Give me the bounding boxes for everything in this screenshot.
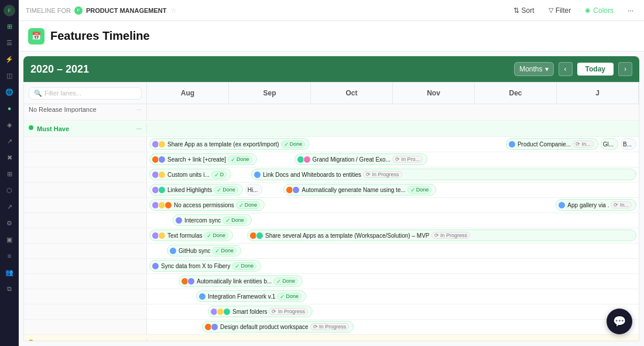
avatars — [249, 232, 263, 239]
sort-button[interactable]: ⇅ Sort — [510, 5, 538, 16]
next-button[interactable]: › — [618, 62, 632, 76]
filter-button[interactable]: ▽ Filter — [545, 5, 575, 16]
must-have-row8-label — [24, 244, 147, 258]
sidebar-layers[interactable]: ⧉ — [3, 282, 16, 295]
no-release-row: No Release Importance ··· — [24, 104, 639, 121]
avatar — [165, 201, 172, 209]
feature-row: Custom units i... ✓ D Link Docs and Whit… — [149, 169, 636, 180]
list-item[interactable]: Grand Migration / Great Exo... ⟳ In Pro.… — [294, 153, 427, 165]
month-columns: Aug Sep Oct Nov Dec J — [147, 83, 639, 104]
chat-button[interactable]: 💬 — [607, 309, 632, 334]
feature-name: Link Docs and Whiteboards to entities — [263, 172, 361, 178]
list-item[interactable]: GitHub sync ✓ Done — [167, 245, 241, 256]
sidebar-hex[interactable]: ⬡ — [3, 184, 16, 197]
today-button[interactable]: Today — [577, 63, 614, 76]
list-item[interactable]: Custom units i... ✓ D — [149, 169, 231, 180]
no-release-more[interactable]: ··· — [136, 106, 142, 113]
feature-name: Hi... — [248, 187, 258, 193]
must-have-row1-label — [24, 137, 147, 152]
more-button[interactable]: ··· — [624, 5, 637, 16]
list-item[interactable]: Gl... — [601, 138, 618, 150]
feature-name: Smart folders — [232, 309, 267, 315]
avatar — [187, 278, 195, 285]
list-item[interactable]: Automatically generate Name using te... … — [283, 184, 436, 196]
strong-desire-label: Strong Desire ··· — [24, 338, 147, 341]
avatars — [152, 141, 166, 148]
strong-desire-more[interactable]: ··· — [136, 340, 142, 341]
list-item[interactable]: Text formulas ✓ Done — [149, 229, 233, 241]
status-badge: ✓ Done — [204, 232, 228, 239]
list-item[interactable]: Sync data from X to Fibery ✓ Done — [149, 260, 261, 272]
feature-row: Integration Framework v.1 ✓ Done — [149, 290, 636, 302]
list-item[interactable]: Share several Apps as a template (Worksp… — [247, 229, 636, 241]
sidebar-bulb[interactable]: ◈ — [3, 118, 16, 131]
filter-lanes-input[interactable]: 🔍 Filter lanes... — [29, 87, 142, 100]
sidebar-views[interactable]: ◫ — [3, 69, 16, 82]
must-have-row8-content: GitHub sync ✓ Done — [147, 244, 639, 258]
must-have-row7-label — [24, 228, 147, 243]
must-have-row10-content: Automatically link entities b... ✓ Done — [147, 274, 639, 289]
main-content: TIMELINE FOR F PRODUCT MANAGEMENT ☆ ⇅ So… — [19, 0, 644, 346]
must-have-row9-content: Sync data from X to Fibery ✓ Done — [147, 259, 639, 273]
list-item[interactable]: Linked Highlights ✓ Done — [149, 184, 243, 196]
list-item[interactable]: Integration Framework v.1 ✓ Done — [196, 290, 306, 302]
prev-button[interactable]: ‹ — [559, 62, 573, 76]
avatars — [152, 262, 159, 270]
must-have-dot — [29, 125, 33, 130]
page-header: 📅 Features Timeline — [19, 21, 644, 52]
sidebar-box[interactable]: ▣ — [3, 233, 16, 246]
list-item[interactable]: Hi... — [245, 184, 263, 196]
sidebar-home[interactable]: ⊞ — [3, 20, 16, 33]
sidebar-tasks[interactable]: ☰ — [3, 36, 16, 49]
topbar-actions: ⇅ Sort ▽ Filter ◉ Colors ··· — [510, 5, 637, 16]
list-item[interactable]: No access permissions ✓ Done — [149, 199, 265, 211]
list-item[interactable]: Smart folders ⟳ In Progress — [208, 306, 313, 317]
must-have-row2-label — [24, 152, 147, 167]
breadcrumb-star[interactable]: ☆ — [170, 6, 177, 15]
feature-name: B... — [623, 141, 632, 148]
list-item[interactable]: Link Docs and Whiteboards to entities ⟳ … — [251, 169, 636, 180]
avatar — [211, 323, 218, 331]
breadcrumb: TIMELINE FOR F PRODUCT MANAGEMENT ☆ — [26, 6, 505, 15]
must-have-more[interactable]: ··· — [136, 125, 142, 132]
status-badge: ✓ Done — [214, 186, 238, 194]
feature-name: Sync data from X to Fibery — [161, 263, 230, 269]
feature-name: Design default product workspace — [220, 324, 309, 330]
list-item[interactable]: Search + link [+create] ✓ Done — [149, 153, 257, 165]
avatars — [204, 323, 218, 331]
list-item[interactable]: App gallery via . ⟳ In... — [556, 199, 636, 211]
colors-button[interactable]: ◉ Colors — [581, 5, 617, 16]
avatar — [254, 171, 261, 179]
feature-row: Sync data from X to Fibery ✓ Done — [149, 260, 636, 272]
sidebar-chart[interactable]: ↗ — [3, 135, 16, 148]
feature-name: Text formulas — [167, 232, 202, 239]
feature-name: Grand Migration / Great Exo... — [313, 156, 390, 163]
sidebar-target[interactable]: ● — [3, 102, 16, 115]
list-item[interactable]: Design default product workspace ⟳ In Pr… — [202, 321, 354, 333]
sidebar-grid[interactable]: ⊞ — [3, 167, 16, 180]
sidebar-arrow[interactable]: ↗ — [3, 200, 16, 213]
sidebar-globe[interactable]: 🌐 — [3, 85, 16, 98]
colors-label: Colors — [593, 6, 614, 15]
sidebar-logo[interactable]: F — [4, 5, 15, 16]
breadcrumb-prefix: TIMELINE FOR — [26, 7, 71, 14]
list-item[interactable]: Intercom sync ✓ Done — [173, 214, 252, 226]
list-item[interactable]: Product Companie... ⟳ In... — [506, 138, 598, 150]
view-selector[interactable]: Months ▾ — [514, 62, 553, 76]
sidebar-x[interactable]: ✖ — [3, 151, 16, 164]
list-item[interactable]: Share App as a template (ex export/impor… — [149, 138, 310, 150]
must-have-row12-label — [24, 304, 147, 319]
avatar — [198, 293, 206, 300]
list-item[interactable]: B... — [621, 138, 636, 150]
must-have-row11-label — [24, 289, 147, 304]
must-have-header-row: Must Have ··· — [24, 121, 639, 137]
sidebar-filter2[interactable]: ≡ — [3, 249, 16, 262]
list-item[interactable]: Automatically link entities b... ✓ Done — [179, 275, 303, 287]
sidebar-users[interactable]: 👥 — [3, 266, 16, 279]
avatar — [169, 247, 177, 255]
breadcrumb-logo: F — [74, 6, 83, 15]
sidebar-gear[interactable]: ⚙ — [3, 217, 16, 229]
sidebar-link[interactable]: ⚡ — [3, 53, 16, 66]
table-row: Linked Highlights ✓ Done Hi... — [24, 183, 639, 198]
month-sep: Sep — [229, 83, 311, 104]
